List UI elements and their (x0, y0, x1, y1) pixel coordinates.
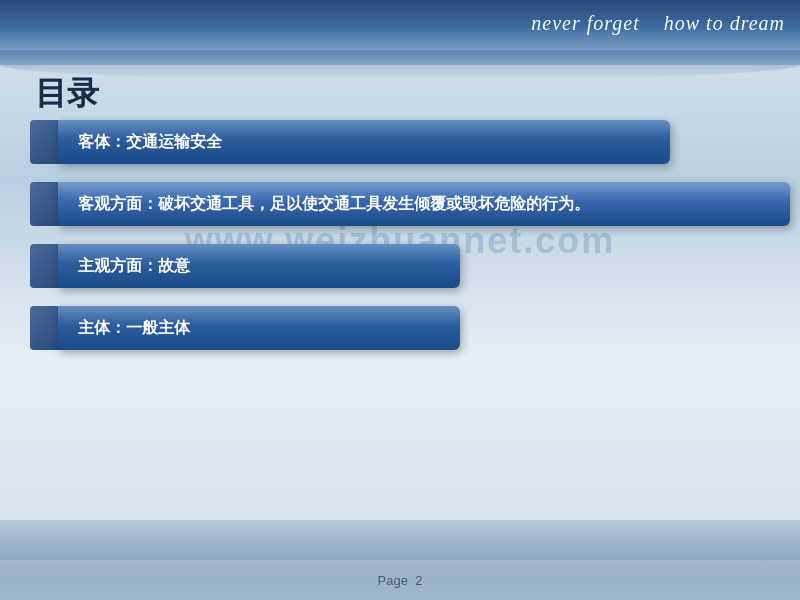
page-number: Page 2 (378, 573, 423, 588)
list-item: 主体：一般主体 (30, 306, 460, 350)
tagline-dream: how to dream (664, 12, 785, 34)
list-item: 客观方面：破坏交通工具，足以使交通工具发生倾覆或毁坏危险的行为。 (30, 182, 790, 226)
item-text-1: 客体：交通运输安全 (78, 132, 222, 153)
item-tab-1 (30, 120, 58, 164)
list-item: 主观方面：故意 (30, 244, 460, 288)
item-text-2: 客观方面：破坏交通工具，足以使交通工具发生倾覆或毁坏危险的行为。 (78, 194, 590, 215)
item-tab-2 (30, 182, 58, 226)
item-tab-3 (30, 244, 58, 288)
item-text-4: 主体：一般主体 (78, 318, 190, 339)
item-box-2: 客观方面：破坏交通工具，足以使交通工具发生倾覆或毁坏危险的行为。 (58, 182, 790, 226)
tagline: never forget how to dream (531, 12, 785, 35)
bottom-bar: Page 2 (0, 560, 800, 600)
item-text-3: 主观方面：故意 (78, 256, 190, 277)
item-box-3: 主观方面：故意 (58, 244, 460, 288)
item-box-1: 客体：交通运输安全 (58, 120, 670, 164)
tagline-never: never forget (531, 12, 639, 34)
item-tab-4 (30, 306, 58, 350)
page-num: 2 (415, 573, 422, 588)
item-box-4: 主体：一般主体 (58, 306, 460, 350)
page-label: Page (378, 573, 408, 588)
content-area: 客体：交通运输安全 客观方面：破坏交通工具，足以使交通工具发生倾覆或毁坏危险的行… (30, 120, 770, 368)
page-title: 目录 (35, 72, 99, 116)
list-item: 客体：交通运输安全 (30, 120, 670, 164)
